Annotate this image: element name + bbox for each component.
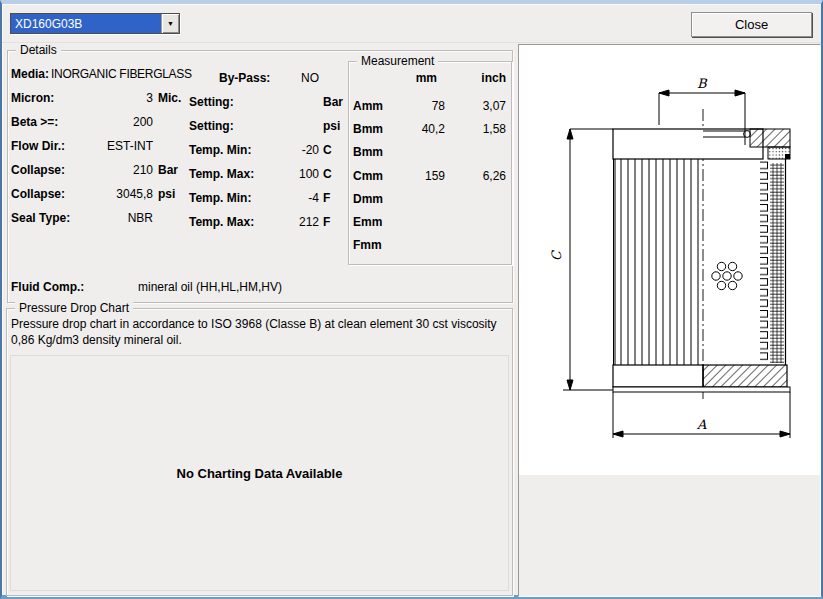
measurement-row: Cmm 159 6,26 — [353, 164, 508, 187]
close-button[interactable]: Close — [691, 12, 812, 37]
detail-row-collapse-psi: Collapse: 3045,8 psi — [11, 182, 183, 206]
detail-row-setting-psi: Setting: psi — [189, 114, 341, 138]
measurement-row: Bmm — [353, 141, 508, 164]
detail-value: 200 — [95, 115, 153, 129]
measurement-rows: Amm 78 3,07 Bmm 40,2 1,58 Bmm Cmm 159 — [353, 94, 508, 257]
detail-row-temp-max-f: Temp. Max: 212 F — [189, 210, 341, 234]
detail-value: 210 — [95, 163, 153, 177]
detail-row-flow-dir: Flow Dir.: EST-INT — [11, 134, 183, 158]
detail-label: Temp. Min: — [189, 191, 265, 205]
part-number-selected-value[interactable]: XD160G03B — [11, 14, 161, 33]
no-data-message: No Charting Data Available — [177, 466, 343, 481]
fluid-comp-label: Fluid Comp.: — [11, 280, 138, 294]
detail-label: Temp. Max: — [189, 215, 265, 229]
pressure-drop-groupbox: Pressure Drop Chart Pressure drop chart … — [6, 308, 513, 596]
column-header-mm: mm — [353, 71, 449, 85]
measurement-label: Fmm — [353, 238, 397, 252]
part-number-combobox[interactable]: XD160G03B ▼ — [10, 13, 180, 34]
measurement-label: Dmm — [353, 192, 397, 206]
detail-value: -4 — [265, 191, 319, 205]
hole-pattern — [712, 262, 742, 289]
dim-label-c: C — [549, 249, 564, 261]
bottom-end-cap — [613, 365, 790, 392]
dim-label-a: A — [696, 417, 707, 432]
pressure-drop-description: Pressure drop chart in accordance to ISO… — [11, 316, 513, 348]
top-end-cap — [613, 129, 790, 159]
measurement-inch: 6,26 — [449, 169, 508, 183]
detail-label: Beta >=: — [11, 115, 95, 129]
detail-label: Temp. Min: — [189, 143, 265, 157]
detail-row-media: Media: INORGANIC FIBERGLASS — [11, 62, 183, 86]
detail-unit: Bar — [153, 163, 183, 177]
detail-row-collapse-bar: Collapse: 210 Bar — [11, 158, 183, 182]
measurement-label: Bmm — [353, 145, 397, 159]
details-groupbox: Details Media: INORGANIC FIBERGLASS Micr… — [7, 50, 513, 303]
pressure-drop-title: Pressure Drop Chart — [15, 301, 133, 315]
detail-row-temp-min-f: Temp. Min: -4 F — [189, 186, 341, 210]
measurement-row: Fmm — [353, 234, 508, 257]
measurement-mm: 78 — [397, 99, 449, 113]
detail-value: 3045,8 — [95, 187, 153, 201]
measurement-header: mm inch — [353, 71, 508, 85]
chart-area: No Charting Data Available — [10, 355, 509, 591]
fluid-comp-row: Fluid Comp.: mineral oil (HH,HL,HM,HV) — [11, 275, 282, 299]
detail-row-setting-bar: Setting: Bar — [189, 90, 341, 114]
measurement-mm: 159 — [397, 169, 449, 183]
detail-unit: psi — [319, 119, 341, 133]
measurement-row: Emm — [353, 210, 508, 233]
detail-value: 100 — [265, 167, 319, 181]
dimension-c: C — [549, 129, 613, 390]
drawing-canvas: B C A — [519, 45, 820, 475]
measurement-groupbox: Measurement mm inch Amm 78 3,07 Bmm 40,2… — [348, 61, 512, 265]
detail-value: 3 — [95, 91, 153, 105]
measurement-row: Dmm — [353, 187, 508, 210]
measurement-label: Bmm — [353, 122, 397, 136]
detail-label: Temp. Max: — [189, 167, 265, 181]
filter-element-drawing: B C A — [519, 45, 820, 475]
drawing-panel: B C A — [518, 44, 821, 597]
detail-label: Collapse: — [11, 163, 95, 177]
measurement-inch: 1,58 — [449, 122, 508, 136]
detail-value: EST-INT — [95, 139, 153, 153]
measurement-mm: 40,2 — [397, 122, 449, 136]
detail-unit: F — [319, 215, 341, 229]
measurement-label: Amm — [353, 99, 397, 113]
measurement-title: Measurement — [357, 54, 438, 68]
detail-value: 212 — [265, 215, 319, 229]
fluid-comp-value: mineral oil (HH,HL,HM,HV) — [138, 280, 282, 294]
measurement-row: Bmm 40,2 1,58 — [353, 117, 508, 140]
dropdown-arrow-icon[interactable]: ▼ — [161, 14, 179, 33]
detail-label: Flow Dir.: — [11, 139, 95, 153]
column-header-inch: inch — [449, 71, 508, 85]
detail-unit: F — [319, 191, 341, 205]
measurement-inch: 3,07 — [449, 99, 508, 113]
detail-label: Setting: — [189, 95, 265, 109]
dim-label-b: B — [697, 76, 708, 91]
details-right-column: By-Pass: NO Setting: Bar Setting: psi Te… — [189, 66, 341, 234]
detail-label: Setting: — [189, 119, 265, 133]
details-left-column: Media: INORGANIC FIBERGLASS Micron: 3 Mi… — [11, 62, 183, 230]
detail-value: INORGANIC FIBERGLASS — [49, 67, 192, 81]
dialog-window: XD160G03B ▼ Close Details Media: INORGAN… — [0, 0, 823, 599]
detail-row-seal-type: Seal Type: NBR — [11, 206, 183, 230]
detail-value: NO — [295, 71, 319, 85]
detail-label: Micron: — [11, 91, 95, 105]
pleats — [614, 159, 699, 365]
detail-unit: Mic. — [153, 91, 183, 105]
detail-row-micron: Micron: 3 Mic. — [11, 86, 183, 110]
detail-row-bypass: By-Pass: NO — [189, 66, 341, 90]
detail-label: Seal Type: — [11, 211, 95, 225]
detail-label: Collapse: — [11, 187, 95, 201]
detail-row-beta: Beta >=: 200 — [11, 110, 183, 134]
detail-unit: Bar — [319, 95, 341, 109]
detail-label: Media: — [11, 67, 49, 81]
details-title: Details — [16, 43, 61, 57]
top-bar: XD160G03B ▼ Close — [2, 4, 821, 43]
detail-unit: C — [319, 143, 341, 157]
detail-value: NBR — [95, 211, 153, 225]
measurement-label: Cmm — [353, 169, 397, 183]
detail-unit: C — [319, 167, 341, 181]
detail-row-temp-max-c: Temp. Max: 100 C — [189, 162, 341, 186]
support-tube — [760, 159, 786, 365]
detail-unit: psi — [153, 187, 183, 201]
